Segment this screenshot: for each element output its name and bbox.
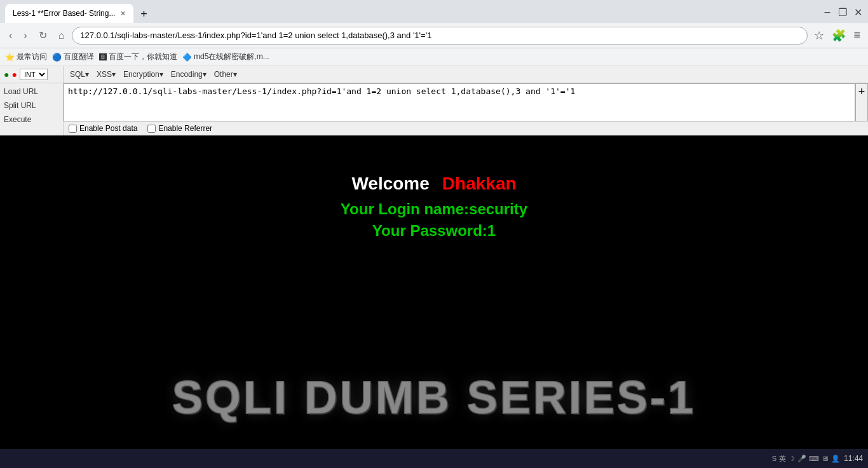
home-button[interactable]: ⌂ [55,27,69,44]
hackbar-sql-menu[interactable]: SQL▾ [70,70,89,79]
md5-icon: 🔷 [182,53,192,62]
address-bar-input[interactable] [72,27,808,45]
sqli-dumb-series-title: SQLI DUMB SERIES-1 [172,371,696,423]
hackbar-type-select[interactable]: INT [20,69,48,80]
taskbar-time: 11:44 [844,454,863,463]
bookmark-frequent[interactable]: ⭐ 最常访问 [5,52,47,62]
password-line: Your Password:1 [372,222,496,240]
enable-referrer-label: Enable Referrer [158,124,212,133]
execute-button[interactable]: Execute [4,114,59,125]
tab-label: Less-1 **Error Based- String... [13,9,115,18]
mic-icon[interactable]: 🎤 [797,455,806,463]
load-url-button[interactable]: Load URL [4,86,59,97]
hackbar-plus-button[interactable]: + [855,83,868,121]
bookmark-baidu-search[interactable]: 🅱 百度一下，你就知道 [99,52,177,62]
browser-tab[interactable]: Less-1 **Error Based- String... ✕ [5,4,133,23]
minimize-button[interactable]: – [822,6,832,17]
split-url-button[interactable]: Split URL [4,100,59,111]
enable-post-label: Enable Post data [79,124,137,133]
welcome-text: Welcome [351,174,429,194]
back-button[interactable]: ‹ [5,27,16,44]
keyboard-icon[interactable]: ⌨ [809,455,819,463]
close-button[interactable]: ✕ [853,6,863,17]
hackbar-xss-menu[interactable]: XSS▾ [97,70,116,79]
enable-referrer-checkbox[interactable] [147,125,156,133]
lang-icon[interactable]: 英 [779,454,786,464]
taskbar-icons: S 英 ☽ 🎤 ⌨ 🖥 👤 [772,454,840,464]
moon-icon[interactable]: ☽ [789,455,795,463]
new-tab-button[interactable]: + [135,5,153,23]
monitor-icon[interactable]: 🖥 [822,455,829,462]
tab-close-icon[interactable]: ✕ [120,10,126,18]
hackbar-encoding-menu[interactable]: Encoding▾ [171,70,207,79]
login-name-line: Your Login name:security [341,200,527,218]
reload-button[interactable]: ↻ [35,27,51,44]
bookmark-md5[interactable]: 🔷 md5在线解密破解,m... [182,52,269,62]
bookmark-baidu-translate[interactable]: 🔵 百度翻译 [52,52,94,62]
red-dot-icon: ● [11,69,17,79]
hackbar-other-menu[interactable]: Other▾ [214,70,237,79]
star-icon: ⭐ [5,53,15,62]
s-icon[interactable]: S [772,455,776,462]
extensions-icon[interactable]: 🧩 [829,27,848,44]
green-dot-icon: ● [4,69,9,79]
bookmark-icon[interactable]: ☆ [811,27,827,44]
baidu-icon: 🅱 [99,53,107,62]
hackbar-encryption-menu[interactable]: Encryption▾ [123,70,163,79]
forward-button[interactable]: › [20,27,31,44]
enable-post-checkbox[interactable] [69,125,77,133]
menu-icon[interactable]: ≡ [851,27,863,43]
maximize-button[interactable]: ❐ [837,6,848,17]
user-icon[interactable]: 👤 [831,455,840,463]
hackbar-url-textarea[interactable] [64,83,855,121]
dhakkan-text: Dhakkan [442,174,517,194]
translate-icon: 🔵 [52,53,62,62]
